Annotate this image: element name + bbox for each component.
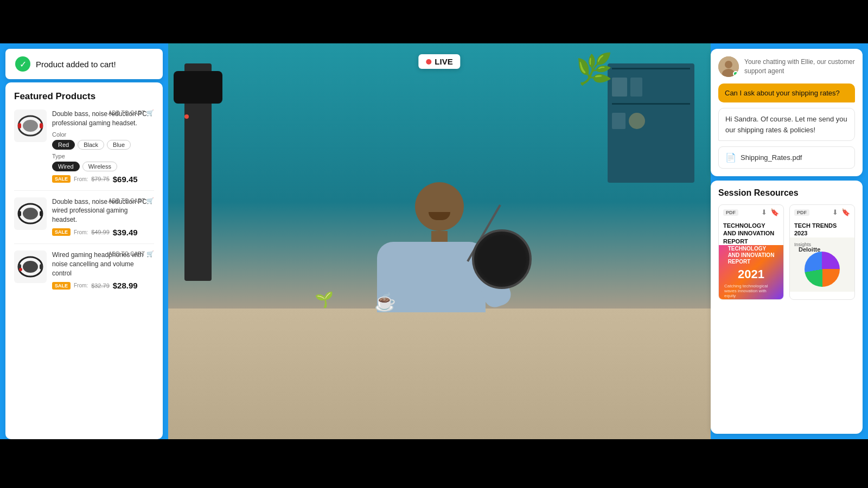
cart-icon-3: 🛒	[146, 251, 154, 258]
resource-thumbnail-2: Deloitte Insights	[790, 237, 854, 292]
from-text-1: From:	[74, 176, 88, 182]
svg-rect-11	[40, 264, 43, 269]
right-panel: Youre chatting with Ellie, our customer …	[711, 43, 868, 439]
from-text-3: From:	[74, 282, 88, 288]
live-dot	[426, 59, 431, 65]
agent-avatar	[718, 56, 739, 77]
shelf-row-2	[612, 113, 690, 129]
svg-rect-6	[18, 211, 21, 216]
deloitte-brand: Deloitte Insights	[794, 242, 811, 247]
add-to-cart-button-2[interactable]: ADD TO CART 🛒	[108, 197, 154, 204]
top-bar	[0, 0, 868, 43]
pdf-attachment[interactable]: 📄 Shipping_Rates.pdf	[718, 146, 855, 169]
original-price-3: $32.79	[91, 282, 110, 289]
deloitte-name: Deloitte	[799, 246, 820, 253]
main-content: ✓ Product added to cart! Featured Produc…	[0, 43, 868, 439]
sale-price-2: $39.49	[113, 228, 138, 237]
resource-card-2[interactable]: PDF ⬇ 🔖 TECH TRENDS 2023 Deloitte Insigh…	[789, 204, 855, 300]
original-price-2: $49.99	[91, 229, 110, 235]
cart-icon-1: 🛒	[146, 110, 154, 117]
camera-head	[174, 71, 222, 104]
color-label-1: Color	[52, 131, 154, 138]
plant-decoration: 🌿	[576, 52, 613, 87]
add-to-cart-button-1[interactable]: ADD TO CART 🛒	[108, 110, 154, 117]
toast-text: Product added to cart!	[36, 60, 116, 69]
color-red-btn[interactable]: Red	[52, 140, 75, 150]
sale-badge-3: SALE	[52, 282, 71, 290]
thumb-tech-subtitle: Catching technological waves innovation …	[724, 284, 778, 298]
price-row-1: SALE From: $79.75 $69.45	[52, 175, 154, 184]
resource-card-2-header: PDF ⬇ 🔖	[790, 205, 854, 220]
original-price-1: $79.75	[91, 176, 110, 182]
live-text: LIVE	[435, 57, 452, 66]
bookmark-icon-1[interactable]: 🔖	[770, 208, 779, 216]
resource-card-1-header: PDF ⬇ 🔖	[719, 205, 783, 220]
thumb-tech-title: TECHNOLOGYAND INNOVATIONREPORT	[728, 246, 775, 265]
resource-thumbnail-1: TECHNOLOGYAND INNOVATIONREPORT 2021 Catc…	[719, 245, 783, 299]
resource-type-badge-2: PDF	[794, 209, 809, 216]
shelf-divider-1	[612, 68, 690, 69]
video-area: 🌿	[168, 43, 711, 439]
thumb-tech-year: 2021	[738, 267, 764, 281]
product-image-1	[14, 110, 47, 142]
shelf-item-4	[629, 113, 645, 129]
color-black-btn[interactable]: Black	[78, 140, 104, 150]
session-resources-panel: Session Resources PDF ⬇ 🔖 TECHNOLOGY AND…	[711, 181, 863, 434]
add-to-cart-button-3[interactable]: ADD TO CART 🛒	[108, 251, 154, 258]
resource-card-1[interactable]: PDF ⬇ 🔖 TECHNOLOGY AND INNOVATION REPORT…	[718, 204, 784, 300]
svg-point-12	[19, 268, 22, 271]
product-image-3	[14, 251, 47, 283]
pdf-icon: 📄	[725, 152, 736, 163]
person-head	[415, 182, 464, 231]
toast-success-icon: ✓	[15, 56, 30, 72]
live-badge: LIVE	[418, 54, 460, 69]
type-wired-btn[interactable]: Wired	[52, 162, 80, 171]
cart-icon-2: 🛒	[146, 197, 154, 204]
svg-rect-7	[40, 211, 43, 216]
type-wireless-btn[interactable]: Wireless	[82, 162, 117, 171]
product-item-3: ADD TO CART 🛒 Wired gamin	[14, 251, 154, 290]
sale-price-1: $69.45	[113, 175, 138, 184]
shelf-item-3	[612, 113, 626, 129]
color-blue-btn[interactable]: Blue	[107, 140, 131, 150]
desk-mug: ☕	[374, 292, 396, 312]
chat-message-user: Can I ask about your shipping rates?	[718, 84, 855, 102]
shelf-item-1	[612, 78, 627, 97]
product-info-1: Double bass, noise reduction PC professi…	[52, 110, 154, 184]
toast-notification: ✓ Product added to cart!	[5, 49, 163, 79]
pdf-filename: Shipping_Rates.pdf	[741, 153, 802, 162]
product-item-1: ADD TO CART 🛒 Double bass, noise reducti	[14, 110, 154, 191]
svg-rect-2	[18, 123, 21, 129]
svg-rect-3	[40, 123, 43, 129]
product-row-1: Double bass, noise reduction PC professi…	[14, 110, 154, 184]
sale-badge-1: SALE	[52, 175, 71, 183]
sale-price-3: $28.99	[113, 281, 138, 290]
download-icon-2[interactable]: ⬇	[832, 208, 838, 216]
svg-point-5	[23, 208, 38, 220]
shelf-unit	[608, 63, 694, 183]
desk-surface	[168, 309, 711, 439]
type-label-1: Type	[52, 153, 154, 159]
shelf-item-2	[630, 78, 642, 97]
price-row-2: SALE From: $49.99 $39.49	[52, 228, 154, 237]
resource-card-2-actions: ⬇ 🔖	[832, 208, 850, 216]
chat-message-agent: Hi Sandra. Of course. Let me send you ou…	[718, 108, 855, 141]
shelf-divider-2	[612, 103, 690, 105]
resource-type-badge-1: PDF	[723, 209, 738, 216]
bottom-bar	[0, 439, 868, 488]
sale-badge-2: SALE	[52, 228, 71, 236]
agent-status-text: Youre chatting with Ellie, our customer …	[744, 57, 855, 76]
download-icon-1[interactable]: ⬇	[761, 208, 767, 216]
desk-plant-small: 🌱	[315, 291, 334, 309]
chat-panel: Youre chatting with Ellie, our customer …	[711, 49, 863, 176]
resource-card-1-title: TECHNOLOGY AND INNOVATION REPORT	[719, 220, 783, 245]
deloitte-chart	[805, 252, 840, 287]
price-row-3: SALE From: $32.79 $28.99	[52, 281, 154, 290]
product-image-2	[14, 197, 47, 230]
chat-header: Youre chatting with Ellie, our customer …	[718, 56, 855, 77]
shelf-row-1	[612, 78, 690, 97]
resources-title: Session Resources	[718, 188, 855, 198]
left-panel: ✓ Product added to cart! Featured Produc…	[0, 43, 168, 439]
products-title: Featured Products	[14, 91, 154, 102]
bookmark-icon-2[interactable]: 🔖	[841, 208, 850, 216]
